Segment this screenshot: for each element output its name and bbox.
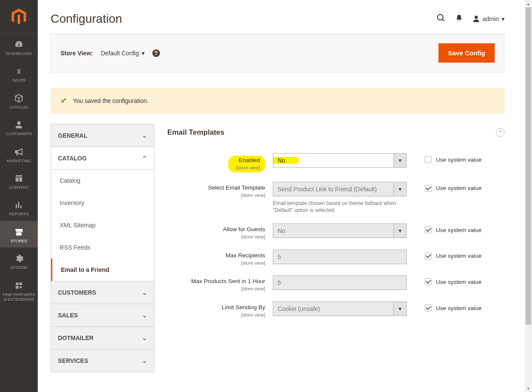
ext-icon — [14, 280, 24, 291]
config-tabs: GENERAL ⌄ CATALOG ⌃ Catalog Inventory XM… — [51, 124, 154, 372]
chevron-down-icon: ▼ — [393, 154, 406, 167]
chevron-down-icon: ▾ — [502, 15, 505, 22]
magento-logo[interactable] — [0, 0, 38, 33]
sub-inventory[interactable]: Inventory — [51, 192, 154, 214]
config-rows: Enabled[store view]No▼Use system valueSe… — [167, 147, 505, 318]
scroll-down-icon[interactable]: ▾ — [525, 385, 532, 392]
use-system-toggle[interactable]: Use system value — [407, 275, 482, 285]
use-system-toggle[interactable]: Use system value — [407, 153, 482, 163]
config-row: Limit Sending By[store view]Cookie (unsa… — [167, 302, 505, 318]
nav-dollar[interactable]: SALES — [0, 60, 38, 87]
select-enabled[interactable]: No▼ — [273, 153, 407, 168]
config-row: Select Email Template[store view]Send Pr… — [167, 182, 505, 214]
nav-person[interactable]: CUSTOMERS — [0, 114, 38, 140]
tab-services[interactable]: SERVICES ⌄ — [51, 349, 154, 372]
nav-label: SALES — [12, 78, 26, 82]
tab-sales[interactable]: SALES ⌄ — [51, 304, 154, 327]
nav-content[interactable]: CONTENT — [0, 167, 38, 194]
nav-cube[interactable]: CATALOG — [0, 87, 38, 114]
select-value: Cookie (unsafe) — [273, 305, 393, 312]
checkbox-icon — [425, 278, 432, 285]
main-area: Configuration admin ▾ Store View: Defaul… — [38, 0, 517, 392]
store-view-switcher[interactable]: Default Config ▾ — [101, 50, 145, 57]
config-row: Max Recipients[store view]Use system val… — [167, 250, 505, 266]
config-content: Email Templates ⌃ Enabled[store view]No▼… — [167, 124, 505, 372]
svg-line-1 — [442, 19, 444, 21]
nav-label: STORES — [11, 238, 27, 243]
field-control: No▼ — [273, 223, 407, 238]
field-label: Max Recipients[store view] — [167, 250, 273, 266]
tab-customers[interactable]: CUSTOMERS ⌄ — [51, 281, 154, 304]
nav-label: FIND PARTNERS & EXTENSIONS — [3, 292, 35, 302]
success-message: ✔ You saved the configuration. — [51, 88, 505, 114]
collapse-icon[interactable]: ⌃ — [496, 128, 505, 137]
store-view-label: Store View: — [60, 50, 93, 57]
help-icon[interactable]: ? — [152, 49, 160, 57]
person-icon — [15, 119, 23, 130]
scrollbar[interactable]: ▴ ▾ — [525, 0, 532, 392]
use-system-label: Use system value — [436, 305, 482, 311]
chevron-down-icon: ▼ — [393, 302, 406, 316]
section-header[interactable]: Email Templates ⌃ — [167, 124, 505, 147]
chevron-up-icon: ⌃ — [142, 155, 147, 162]
sub-xml-sitemap[interactable]: XML Sitemap — [51, 214, 154, 236]
nav-stores[interactable]: STORES — [0, 221, 38, 247]
sub-rss-feeds[interactable]: RSS Feeds — [51, 236, 154, 259]
checkbox-icon — [425, 156, 432, 163]
select-limit-sending-by: Cookie (unsafe)▼ — [273, 302, 407, 316]
gear-icon — [14, 253, 24, 264]
use-system-toggle[interactable]: Use system value — [407, 302, 482, 311]
field-label: Enabled[store view] — [167, 153, 273, 172]
tab-catalog[interactable]: CATALOG ⌃ — [51, 147, 154, 170]
success-text: You saved the configuration. — [73, 97, 148, 104]
input-max-recipients — [273, 250, 407, 264]
search-icon[interactable] — [436, 13, 446, 25]
field-label: Allow for Guests[store view] — [167, 223, 273, 240]
user-menu[interactable]: admin ▾ — [472, 15, 505, 23]
field-label: Select Email Template[store view] — [167, 182, 273, 199]
use-system-label: Use system value — [436, 185, 482, 191]
input-max-products-sent-in-1-hour — [273, 275, 407, 290]
caret-down-icon: ▾ — [142, 50, 145, 57]
nav-gear[interactable]: SYSTEM — [0, 247, 38, 274]
reports-icon — [14, 199, 24, 211]
config-row: Enabled[store view]No▼Use system value — [167, 153, 505, 172]
tab-general[interactable]: GENERAL ⌄ — [51, 124, 154, 147]
chevron-down-icon: ▼ — [393, 224, 406, 238]
sub-catalog[interactable]: Catalog — [51, 169, 154, 192]
sub-email-to-friend[interactable]: Email to a Friend — [51, 259, 154, 281]
use-system-toggle[interactable]: Use system value — [407, 182, 482, 192]
nav-reports[interactable]: REPORTS — [0, 194, 38, 220]
svg-point-0 — [438, 14, 443, 20]
chevron-down-icon: ▼ — [393, 182, 406, 196]
use-system-toggle[interactable]: Use system value — [407, 223, 482, 233]
page-header: Configuration admin ▾ — [51, 0, 505, 32]
nav-label: DASHBOARD — [6, 51, 32, 56]
nav-label: CUSTOMERS — [6, 131, 32, 136]
admin-sidebar: DASHBOARDSALESCATALOGCUSTOMERSMARKETINGC… — [0, 0, 38, 392]
chevron-down-icon: ⌄ — [142, 312, 147, 319]
notifications-icon[interactable] — [455, 14, 463, 24]
nav-megaphone[interactable]: MARKETING — [0, 141, 38, 167]
nav-label: REPORTS — [9, 211, 29, 216]
store-view-value: Default Config — [101, 50, 139, 57]
field-help: Email template chosen based on theme fal… — [273, 200, 407, 214]
scroll-thumb[interactable] — [526, 7, 531, 325]
nav-ext[interactable]: FIND PARTNERS & EXTENSIONS — [0, 274, 38, 306]
nav-dashboard[interactable]: DASHBOARD — [0, 33, 38, 60]
tab-label: DOTMAILER — [58, 335, 94, 341]
megaphone-icon — [13, 146, 24, 157]
content-icon — [14, 173, 24, 184]
use-system-toggle[interactable]: Use system value — [407, 250, 482, 259]
user-label: admin — [483, 15, 499, 22]
field-label: Limit Sending By[store view] — [167, 302, 273, 318]
chevron-down-icon: ⌄ — [142, 357, 147, 364]
field-control: Send Product Link to Friend (Default)▼Em… — [273, 182, 407, 214]
save-config-button[interactable]: Save Config — [438, 43, 495, 63]
tab-dotmailer[interactable]: DOTMAILER ⌄ — [51, 326, 154, 350]
checkbox-icon — [425, 226, 432, 233]
nav-label: CONTENT — [9, 185, 29, 190]
cube-icon — [14, 93, 24, 104]
use-system-label: Use system value — [436, 279, 482, 285]
scroll-up-icon[interactable]: ▴ — [525, 0, 532, 7]
